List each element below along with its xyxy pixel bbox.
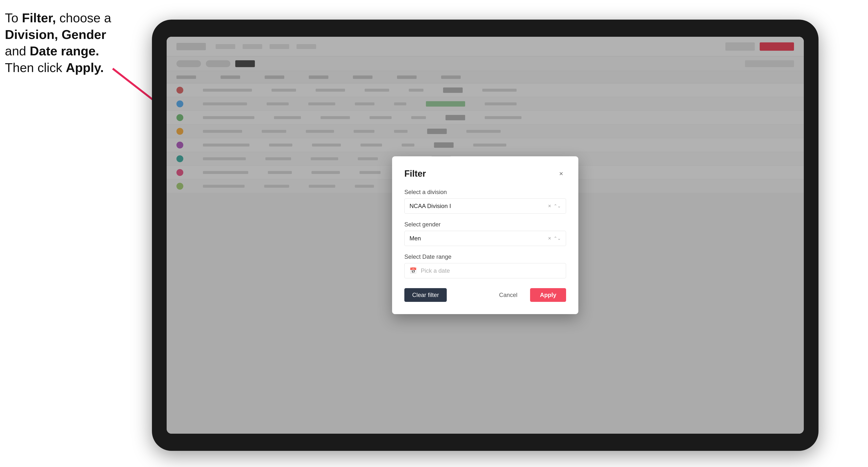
division-field: Select a division NCAA Division I × ⌃⌄ [404, 189, 566, 214]
modal-footer-right: Cancel Apply [491, 288, 566, 302]
division-label: Select a division [404, 189, 566, 195]
instruction-bold4: Apply. [66, 61, 104, 75]
tablet-screen: Filter × Select a division NCAA Division… [167, 37, 804, 434]
modal-footer: Clear filter Cancel Apply [404, 288, 566, 302]
date-range-input[interactable]: 📅 Pick a date [404, 263, 566, 278]
gender-label: Select gender [404, 221, 566, 228]
gender-select-actions: × ⌃⌄ [548, 235, 561, 242]
instruction-panel: To Filter, choose a Division, Gender and… [5, 10, 142, 76]
instruction-bold1: Filter, [22, 11, 56, 25]
instruction-line4: Then click [5, 61, 66, 75]
division-select-actions: × ⌃⌄ [548, 203, 561, 209]
gender-select[interactable]: Men × ⌃⌄ [404, 231, 566, 246]
modal-overlay[interactable]: Filter × Select a division NCAA Division… [167, 37, 804, 434]
tablet-device: Filter × Select a division NCAA Division… [152, 20, 818, 451]
apply-button[interactable]: Apply [530, 288, 566, 302]
instruction-line3: and [5, 44, 30, 58]
modal-close-button[interactable]: × [556, 169, 566, 179]
calendar-icon: 📅 [409, 267, 417, 274]
date-label: Select Date range [404, 253, 566, 260]
division-clear-icon[interactable]: × [548, 203, 551, 209]
date-placeholder: Pick a date [421, 267, 450, 274]
date-range-field: Select Date range 📅 Pick a date [404, 253, 566, 278]
gender-arrow-icon: ⌃⌄ [554, 236, 561, 241]
cancel-button[interactable]: Cancel [491, 288, 525, 302]
instruction-bold2: Division, Gender [5, 27, 106, 42]
filter-modal: Filter × Select a division NCAA Division… [392, 156, 578, 314]
instruction-line2: choose a [56, 11, 111, 25]
division-arrow-icon: ⌃⌄ [554, 204, 561, 209]
gender-select-value: Men [409, 235, 548, 242]
modal-header: Filter × [404, 168, 566, 179]
instruction-line1: To [5, 11, 22, 25]
division-select[interactable]: NCAA Division I × ⌃⌄ [404, 198, 566, 214]
gender-clear-icon[interactable]: × [548, 235, 551, 242]
instruction-bold3: Date range. [30, 44, 99, 58]
gender-field: Select gender Men × ⌃⌄ [404, 221, 566, 246]
clear-filter-button[interactable]: Clear filter [404, 288, 447, 302]
division-select-value: NCAA Division I [409, 203, 548, 210]
modal-title: Filter [404, 168, 426, 179]
